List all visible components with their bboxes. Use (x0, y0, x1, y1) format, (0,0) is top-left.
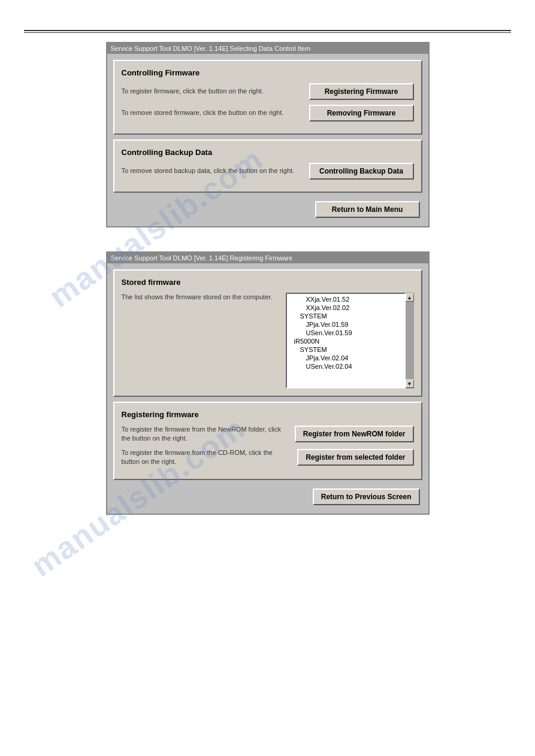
return-main-menu-button[interactable]: Return to Main Menu (315, 201, 420, 218)
tree-item: XXja.Ver.01.52 (288, 295, 403, 303)
controlling-firmware-title: Controlling Firmware (122, 68, 414, 77)
window-data-control: Service Support Tool DLMO [Ver. 1.14E] S… (106, 42, 430, 227)
return-previous-screen-button[interactable]: Return to Previous Screen (313, 488, 420, 505)
window-registering-firmware: Service Support Tool DLMO [Ver. 1.14E] R… (106, 251, 430, 515)
register-newrom-button[interactable]: Register from NewROM folder (295, 426, 414, 442)
controlling-backup-title: Controlling Backup Data (122, 148, 414, 157)
newrom-register-desc: To register the firmware from the NewROM… (122, 425, 295, 444)
scroll-track[interactable] (406, 302, 414, 379)
scroll-down-arrow[interactable]: ▼ (406, 379, 414, 388)
tree-item: XXja.Ver.02.02 (288, 303, 403, 312)
window1-titlebar: Service Support Tool DLMO [Ver. 1.14E] S… (107, 43, 428, 54)
tree-item: USen.Ver.02.04 (288, 362, 403, 371)
tree-container: XXja.Ver.01.52 XXja.Ver.02.02 SYSTEM JPj… (286, 293, 414, 388)
tree-item: USen.Ver.01.59 (288, 329, 403, 337)
registering-firmware-panel: Registering firmware To register the fir… (113, 402, 422, 480)
registering-firmware-button[interactable]: Registering Firmware (309, 83, 414, 100)
remove-firmware-desc: To remove stored firmware, click the but… (122, 108, 309, 117)
removing-firmware-button[interactable]: Removing Firmware (309, 105, 414, 122)
controlling-backup-panel: Controlling Backup Data To remove stored… (113, 139, 422, 193)
stored-firmware-desc: The list shows the firmware stored on th… (122, 293, 281, 302)
stored-firmware-panel: Stored firmware The list shows the firmw… (113, 269, 422, 397)
tree-item: SYSTEM (288, 345, 403, 354)
controlling-backup-button[interactable]: Controlling Backup Data (309, 163, 414, 180)
backup-data-row: To remove stored backup data, click the … (122, 163, 414, 180)
selected-folder-desc: To register the firmware from the CD-ROM… (122, 448, 298, 467)
tree-item: iR5000N (288, 337, 403, 345)
tree-item: JPja.Ver.02.04 (288, 354, 403, 362)
selected-folder-register-row: To register the firmware from the CD-ROM… (122, 448, 414, 467)
newrom-register-row: To register the firmware from the NewROM… (122, 425, 414, 444)
backup-data-desc: To remove stored backup data, click the … (122, 166, 309, 175)
window2-bottom-row: Return to Previous Screen (113, 485, 422, 508)
stored-firmware-content: The list shows the firmware stored on th… (122, 293, 414, 388)
tree-item: SYSTEM (288, 312, 403, 320)
tree-scrollbar[interactable]: ▲ ▼ (406, 293, 414, 388)
registering-firmware-title: Registering firmware (122, 410, 414, 419)
controlling-firmware-panel: Controlling Firmware To register firmwar… (113, 60, 422, 135)
scroll-up-arrow[interactable]: ▲ (406, 293, 414, 302)
window1-bottom-row: Return to Main Menu (113, 198, 422, 220)
stored-firmware-title: Stored firmware (122, 278, 414, 287)
register-firmware-row: To register firmware, click the button o… (122, 83, 414, 100)
firmware-tree: XXja.Ver.01.52 XXja.Ver.02.02 SYSTEM JPj… (286, 293, 406, 388)
register-selected-folder-button[interactable]: Register from selected folder (297, 449, 413, 466)
window2-titlebar: Service Support Tool DLMO [Ver. 1.14E] R… (107, 253, 428, 263)
tree-item: JPja.Ver.01.59 (288, 320, 403, 329)
register-firmware-desc: To register firmware, click the button o… (122, 87, 309, 96)
top-rules (24, 30, 511, 33)
remove-firmware-row: To remove stored firmware, click the but… (122, 105, 414, 122)
